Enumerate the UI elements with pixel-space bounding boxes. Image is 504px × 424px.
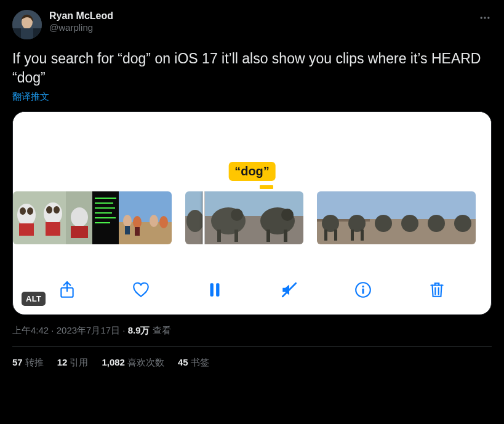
svg-rect-11 xyxy=(19,223,34,236)
tweet-time[interactable]: 上午4:42 xyxy=(12,325,49,335)
svg-rect-45 xyxy=(234,230,238,242)
info-icon xyxy=(354,281,372,299)
svg-point-72 xyxy=(428,215,445,232)
svg-rect-3 xyxy=(21,28,33,39)
svg-rect-63 xyxy=(361,230,364,241)
svg-point-10 xyxy=(27,207,33,215)
svg-point-9 xyxy=(20,207,26,215)
clip-thumbnail[interactable] xyxy=(317,191,476,244)
svg-point-14 xyxy=(46,206,52,214)
svg-rect-16 xyxy=(46,222,60,236)
svg-rect-19 xyxy=(71,226,88,238)
views-label: 查看 xyxy=(150,325,171,335)
svg-point-36 xyxy=(159,216,168,228)
share-icon xyxy=(58,281,76,299)
svg-point-35 xyxy=(150,215,158,227)
user-block: Ryan McLeod @warpling xyxy=(49,10,113,34)
display-name[interactable]: Ryan McLeod xyxy=(49,10,113,22)
media-preview-area: “dog” xyxy=(13,112,491,183)
speaker-muted-icon xyxy=(280,281,298,299)
svg-rect-32 xyxy=(135,227,140,236)
svg-point-55 xyxy=(322,215,339,232)
clip-thumbnail-active[interactable] xyxy=(185,191,303,244)
quotes-stat[interactable]: 12引用 xyxy=(57,357,89,369)
svg-point-66 xyxy=(375,215,392,232)
more-button[interactable] xyxy=(474,7,495,28)
svg-rect-50 xyxy=(266,230,270,242)
alt-badge[interactable]: ALT xyxy=(22,292,46,306)
more-icon xyxy=(479,12,491,24)
svg-rect-78 xyxy=(217,283,220,296)
mute-button[interactable] xyxy=(277,278,302,302)
caption-indicator xyxy=(260,185,273,189)
svg-rect-57 xyxy=(334,230,337,241)
svg-rect-44 xyxy=(217,230,221,242)
retweets-stat[interactable]: 57转推 xyxy=(12,357,44,369)
svg-point-29 xyxy=(123,215,132,227)
video-timeline-strip[interactable] xyxy=(13,190,491,246)
svg-rect-34 xyxy=(145,222,172,244)
svg-rect-27 xyxy=(119,191,145,222)
svg-point-15 xyxy=(54,206,60,214)
svg-rect-62 xyxy=(351,230,354,241)
svg-rect-31 xyxy=(125,226,130,234)
like-button[interactable] xyxy=(129,278,153,302)
tweet-date[interactable]: 2023年7月17日 xyxy=(57,325,120,335)
svg-point-69 xyxy=(401,215,418,232)
media-controls xyxy=(13,278,491,302)
svg-point-18 xyxy=(71,207,88,227)
pause-icon xyxy=(206,281,224,299)
svg-rect-51 xyxy=(284,230,287,242)
pause-button[interactable] xyxy=(202,278,227,302)
svg-rect-77 xyxy=(210,283,214,296)
svg-point-75 xyxy=(454,215,471,232)
svg-point-61 xyxy=(348,215,366,232)
svg-point-30 xyxy=(133,216,142,228)
tweet-text: If you search for “dog” on iOS 17 it’ll … xyxy=(12,49,492,87)
tweet-meta: 上午4:42 · 2023年7月17日 · 8.9万 查看 xyxy=(12,325,492,337)
svg-point-4 xyxy=(481,17,482,18)
tweet-header: Ryan McLeod @warpling xyxy=(12,10,492,39)
translate-link[interactable]: 翻译推文 xyxy=(12,91,49,103)
svg-rect-26 xyxy=(95,222,110,223)
svg-point-43 xyxy=(231,209,243,221)
svg-rect-21 xyxy=(95,198,116,199)
svg-rect-56 xyxy=(324,230,327,241)
svg-point-49 xyxy=(281,209,294,221)
svg-point-6 xyxy=(487,17,489,18)
delete-button[interactable] xyxy=(425,278,449,302)
svg-point-5 xyxy=(484,17,486,18)
svg-rect-22 xyxy=(95,202,113,204)
svg-rect-24 xyxy=(95,212,112,214)
tweet-container: Ryan McLeod @warpling If you search for … xyxy=(0,0,504,369)
user-handle[interactable]: @warpling xyxy=(49,22,113,34)
tweet-media[interactable]: “dog” xyxy=(12,111,492,315)
svg-rect-33 xyxy=(145,191,172,222)
views-count[interactable]: 8.9万 xyxy=(128,325,150,335)
svg-rect-82 xyxy=(362,289,364,294)
svg-rect-28 xyxy=(119,222,145,244)
tweet-stats: 57转推 12引用 1,082喜欢次数 45书签 xyxy=(12,347,492,369)
info-button[interactable] xyxy=(351,278,375,302)
bookmarks-stat[interactable]: 45书签 xyxy=(178,357,209,369)
svg-point-13 xyxy=(44,202,62,225)
avatar[interactable] xyxy=(12,10,42,39)
clip-thumbnail[interactable] xyxy=(13,191,172,244)
svg-rect-23 xyxy=(95,207,115,209)
likes-stat[interactable]: 1,082喜欢次数 xyxy=(102,357,164,369)
share-button[interactable] xyxy=(55,278,79,302)
caption-chip: “dog” xyxy=(228,162,276,181)
svg-rect-25 xyxy=(95,217,116,218)
trash-icon xyxy=(428,281,446,299)
svg-point-81 xyxy=(362,286,364,287)
svg-point-8 xyxy=(17,204,36,226)
heart-icon xyxy=(132,281,150,299)
